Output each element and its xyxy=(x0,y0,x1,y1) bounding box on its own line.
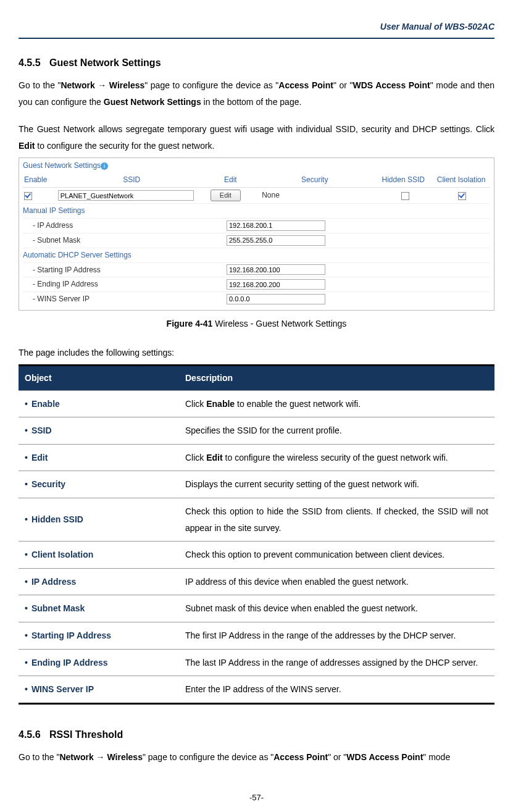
text: " or " xyxy=(328,752,346,762)
arrow-icon: → xyxy=(95,80,109,90)
text: " page to configure the device as " xyxy=(143,752,273,762)
text: " mode xyxy=(423,752,450,762)
col-header-hidden: Hidden SSID xyxy=(374,173,432,187)
text-bold-ap: Access Point xyxy=(278,80,333,90)
cell-object: •Starting IP Address xyxy=(19,622,179,650)
arrow-icon: → xyxy=(94,752,107,762)
label-mask: - Subnet Mask xyxy=(23,233,227,248)
dhcp-heading: Automatic DHCP Server Settings xyxy=(23,248,490,262)
enable-checkbox[interactable] xyxy=(24,192,32,200)
subnet-mask-input[interactable] xyxy=(227,235,325,246)
ssid-input[interactable] xyxy=(58,190,194,201)
section-title: RSSI Threshold xyxy=(49,729,123,740)
text: Go to the " xyxy=(19,80,60,90)
edit-button[interactable]: Edit xyxy=(211,190,241,201)
paragraph-rssi: Go to the "Network → Wireless" page to c… xyxy=(19,749,494,766)
table-row: •Hidden SSIDCheck this option to hide th… xyxy=(19,498,494,542)
label-ip: - IP Address xyxy=(23,219,227,233)
caption-bold: Figure 4-41 xyxy=(167,319,213,329)
cell-description: Enter the IP address of the WINS server. xyxy=(179,676,494,704)
table-row: •EnableClick Enable to enable the guest … xyxy=(19,390,494,417)
manual-ip-heading: Manual IP Settings xyxy=(23,204,490,218)
info-icon: i xyxy=(101,162,108,170)
cell-object: •SSID xyxy=(19,417,179,445)
page-number: -57- xyxy=(19,790,494,806)
cell-description: Specifies the SSID for the current profi… xyxy=(179,417,494,445)
figure-panel-title: Guest Network Settingsi xyxy=(23,161,490,171)
table-row: •EditClick Edit to configure the wireles… xyxy=(19,444,494,471)
figure-title-text: Guest Network Settings xyxy=(23,161,101,170)
table-row: •Starting IP AddressThe first IP Address… xyxy=(19,622,494,650)
th-object: Object xyxy=(19,366,179,391)
text: " or " xyxy=(333,80,353,90)
col-header-enable: Enable xyxy=(23,173,57,187)
cell-description: The last IP Address in the range of addr… xyxy=(179,649,494,676)
cell-description: Check this option to hide the SSID from … xyxy=(179,498,494,542)
ip-address-input[interactable] xyxy=(227,220,325,231)
text-bold-wds: WDS Access Point xyxy=(346,752,423,762)
figure-header-row: Enable SSID Edit Security Hidden SSID Cl… xyxy=(23,173,490,188)
text: Go to the " xyxy=(19,752,59,762)
text-bold-edit: Edit xyxy=(19,141,35,151)
cell-description: Click Enable to enable the guest network… xyxy=(179,390,494,417)
cell-description: Displays the current security setting of… xyxy=(179,471,494,498)
cell-object: •IP Address xyxy=(19,568,179,595)
settings-intro: The page includes the following settings… xyxy=(19,345,494,361)
table-row: •Subnet MaskSubnet mask of this device w… xyxy=(19,595,494,622)
section-title: Guest Network Settings xyxy=(49,57,161,68)
section-heading-rssi: 4.5.6 RSSI Threshold xyxy=(19,726,494,744)
col-header-edit: Edit xyxy=(206,173,255,187)
row-subnet-mask: - Subnet Mask xyxy=(23,233,490,248)
table-row: •WINS Server IPEnter the IP address of t… xyxy=(19,676,494,704)
table-row: •SSIDSpecifies the SSID for the current … xyxy=(19,417,494,445)
cell-object: •Edit xyxy=(19,444,179,471)
cell-object: •Security xyxy=(19,471,179,498)
label-end-ip: - Ending IP Address xyxy=(23,277,227,291)
table-row: •IP AddressIP address of this device whe… xyxy=(19,568,494,595)
page-header: User Manual of WBS-502AC xyxy=(19,19,494,39)
cell-object: •Ending IP Address xyxy=(19,649,179,676)
cell-description: Click Edit to configure the wireless sec… xyxy=(179,444,494,471)
cell-object: •Hidden SSID xyxy=(19,498,179,542)
text-bold-network: Network xyxy=(60,80,94,90)
table-row: •SecurityDisplays the current security s… xyxy=(19,471,494,498)
figure-caption: Figure 4-41 Wireless - Guest Network Set… xyxy=(19,316,494,332)
caption-text: Wireless - Guest Network Settings xyxy=(212,319,346,329)
section-number: 4.5.6 xyxy=(19,729,41,740)
paragraph-intro-1: Go to the "Network → Wireless" page to c… xyxy=(19,77,494,110)
row-start-ip: - Starting IP Address xyxy=(23,262,490,277)
security-value: None xyxy=(249,188,377,203)
text-bold-network: Network xyxy=(59,752,93,762)
cell-description: Check this option to prevent communicati… xyxy=(179,542,494,569)
col-header-security: Security xyxy=(255,173,374,187)
ending-ip-input[interactable] xyxy=(227,279,325,290)
text: in the bottom of the page. xyxy=(201,97,302,107)
table-header-row: Object Description xyxy=(19,366,494,391)
text: The Guest Network allows segregate tempo… xyxy=(19,124,494,134)
cell-object: •Client Isolation xyxy=(19,542,179,569)
client-isolation-checkbox[interactable] xyxy=(458,192,466,200)
cell-object: •Enable xyxy=(19,390,179,417)
row-wins-ip: - WINS Server IP xyxy=(23,291,490,306)
text: " page to configure the device as " xyxy=(144,80,278,90)
col-header-ci: Client Isolation xyxy=(432,173,490,187)
text-bold-gns: Guest Network Settings xyxy=(104,97,201,107)
starting-ip-input[interactable] xyxy=(227,264,325,275)
label-start-ip: - Starting IP Address xyxy=(23,263,227,277)
wins-ip-input[interactable] xyxy=(227,294,325,304)
figure-data-row: Edit None xyxy=(23,188,490,204)
text: to configure the security for the guest … xyxy=(35,141,214,151)
table-row: •Ending IP AddressThe last IP Address in… xyxy=(19,649,494,676)
section-number: 4.5.5 xyxy=(19,57,41,68)
figure-guest-network: Guest Network Settingsi Enable SSID Edit… xyxy=(19,157,494,311)
text-bold-wds: WDS Access Point xyxy=(352,80,430,90)
settings-table: Object Description •EnableClick Enable t… xyxy=(19,364,494,705)
hidden-ssid-checkbox[interactable] xyxy=(401,192,409,200)
col-header-ssid: SSID xyxy=(57,173,206,187)
table-row: •Client IsolationCheck this option to pr… xyxy=(19,542,494,569)
cell-description: IP address of this device when enabled t… xyxy=(179,568,494,595)
cell-object: •WINS Server IP xyxy=(19,676,179,704)
row-end-ip: - Ending IP Address xyxy=(23,277,490,291)
cell-description: The first IP Address in the range of the… xyxy=(179,622,494,650)
paragraph-intro-2: The Guest Network allows segregate tempo… xyxy=(19,121,494,154)
